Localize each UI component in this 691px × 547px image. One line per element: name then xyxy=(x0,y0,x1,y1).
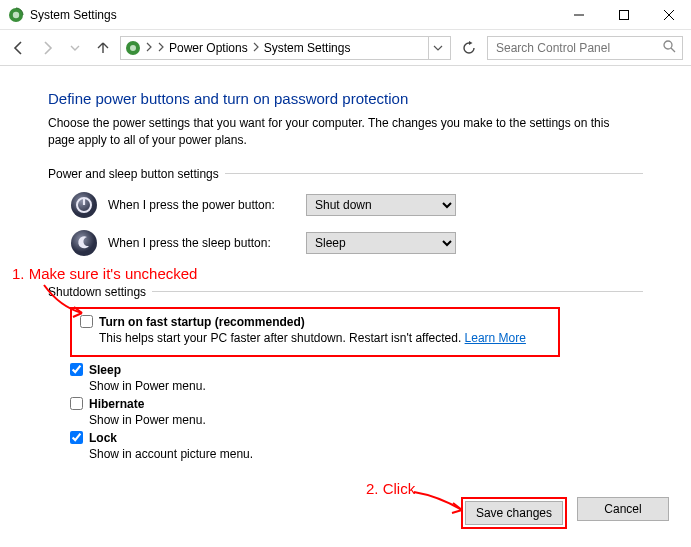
sleep-button-icon xyxy=(70,229,98,257)
chevron-right-icon xyxy=(157,41,165,55)
lock-setting-row: Lock Show in account picture menu. xyxy=(70,431,560,461)
forward-button[interactable] xyxy=(36,37,58,59)
svg-rect-2 xyxy=(619,10,628,19)
section-header-label: Shutdown settings xyxy=(48,285,146,299)
chevron-right-icon xyxy=(252,41,260,55)
svg-point-4 xyxy=(130,45,136,51)
lock-checkbox[interactable] xyxy=(70,431,83,444)
power-button-label: When I press the power button: xyxy=(108,198,296,212)
window-title: System Settings xyxy=(30,8,117,22)
save-button-highlight: Save changes xyxy=(461,497,567,529)
annotation-step2: 2. Click xyxy=(366,480,415,497)
breadcrumb[interactable]: Power Options System Settings xyxy=(120,36,451,60)
save-button[interactable]: Save changes xyxy=(465,501,563,525)
svg-point-5 xyxy=(664,41,672,49)
close-button[interactable] xyxy=(646,0,691,30)
footer-buttons: Save changes Cancel xyxy=(461,497,669,529)
svg-point-1 xyxy=(13,11,19,17)
search-input[interactable] xyxy=(494,40,663,56)
power-button-icon xyxy=(70,191,98,219)
recent-dropdown[interactable] xyxy=(64,37,86,59)
search-box[interactable] xyxy=(487,36,683,60)
hibernate-title: Hibernate xyxy=(89,397,144,411)
section-header-power-sleep: Power and sleep button settings xyxy=(48,167,643,181)
titlebar: System Settings xyxy=(0,0,691,30)
lock-desc: Show in account picture menu. xyxy=(89,447,560,461)
hibernate-desc: Show in Power menu. xyxy=(89,413,560,427)
sleep-desc: Show in Power menu. xyxy=(89,379,560,393)
sleep-title: Sleep xyxy=(89,363,121,377)
content-area: Define power buttons and turn on passwor… xyxy=(0,66,691,461)
back-button[interactable] xyxy=(8,37,30,59)
section-header-shutdown: Shutdown settings xyxy=(48,285,643,299)
power-button-setting-row: When I press the power button: Shut down xyxy=(70,191,643,219)
power-button-select[interactable]: Shut down xyxy=(306,194,456,216)
sleep-checkbox[interactable] xyxy=(70,363,83,376)
sleep-button-setting-row: When I press the sleep button: Sleep xyxy=(70,229,643,257)
up-button[interactable] xyxy=(92,37,114,59)
hibernate-setting-row: Hibernate Show in Power menu. xyxy=(70,397,560,427)
section-header-label: Power and sleep button settings xyxy=(48,167,219,181)
minimize-button[interactable] xyxy=(556,0,601,30)
page-description: Choose the power settings that you want … xyxy=(48,115,638,149)
refresh-button[interactable] xyxy=(457,36,481,60)
location-icon xyxy=(125,40,141,56)
hibernate-checkbox[interactable] xyxy=(70,397,83,410)
breadcrumb-dropdown[interactable] xyxy=(428,37,446,59)
chevron-right-icon xyxy=(145,41,153,55)
lock-title: Lock xyxy=(89,431,117,445)
fast-startup-desc: This helps start your PC faster after sh… xyxy=(99,331,550,345)
breadcrumb-item-system-settings[interactable]: System Settings xyxy=(264,41,351,55)
sleep-button-select[interactable]: Sleep xyxy=(306,232,456,254)
maximize-button[interactable] xyxy=(601,0,646,30)
svg-point-8 xyxy=(71,230,97,256)
fast-startup-checkbox[interactable] xyxy=(80,315,93,328)
page-title: Define power buttons and turn on passwor… xyxy=(48,90,643,107)
toolbar: Power Options System Settings xyxy=(0,30,691,66)
search-icon xyxy=(663,40,676,56)
learn-more-link[interactable]: Learn More xyxy=(465,331,526,345)
app-icon xyxy=(8,7,24,23)
breadcrumb-item-power-options[interactable]: Power Options xyxy=(169,41,248,55)
sleep-setting-row: Sleep Show in Power menu. xyxy=(70,363,560,393)
fast-startup-highlight-box: Turn on fast startup (recommended) This … xyxy=(70,307,560,357)
cancel-button[interactable]: Cancel xyxy=(577,497,669,521)
annotation-arrow-2 xyxy=(412,486,468,516)
fast-startup-title: Turn on fast startup (recommended) xyxy=(99,315,305,329)
sleep-button-label: When I press the sleep button: xyxy=(108,236,296,250)
